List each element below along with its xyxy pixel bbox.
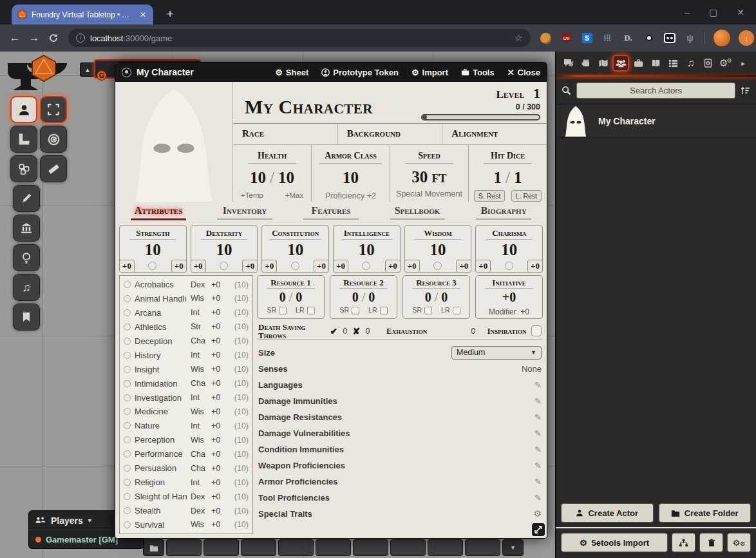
cookie-extension-icon[interactable] bbox=[540, 33, 551, 44]
skill-proficiency-toggle[interactable] bbox=[124, 323, 131, 331]
macro-slot[interactable] bbox=[241, 539, 276, 556]
ability-save[interactable]: +0 bbox=[314, 260, 329, 273]
tables-tab[interactable] bbox=[665, 55, 682, 72]
edit-icon[interactable]: ✎ bbox=[534, 396, 542, 406]
import-button[interactable]: ⚙Import bbox=[411, 68, 448, 77]
skill-proficiency-toggle[interactable] bbox=[124, 479, 131, 486]
grid-extension-icon[interactable]: ⦙⦙⦙ bbox=[601, 32, 614, 44]
items-tab[interactable] bbox=[630, 55, 647, 72]
tool-notes-bookmark[interactable] bbox=[13, 303, 40, 331]
browser-update-button[interactable]: ↑ bbox=[739, 30, 754, 46]
skill-row[interactable]: DeceptionCha+0(10) bbox=[124, 334, 249, 348]
speed-stat[interactable]: Speed 30 ft Special Movement bbox=[390, 145, 468, 202]
folder-tree-button[interactable] bbox=[672, 533, 695, 552]
gear-icon[interactable]: ⚙ bbox=[533, 508, 542, 519]
forward-button[interactable]: → bbox=[24, 32, 44, 44]
edit-icon[interactable]: ✎ bbox=[534, 477, 542, 486]
sheet-config-button[interactable]: ⚙Sheet bbox=[275, 68, 308, 77]
skill-row[interactable]: Animal HandlingWis+0(10) bbox=[124, 292, 249, 305]
skill-proficiency-toggle[interactable] bbox=[124, 408, 131, 415]
skill-proficiency-toggle[interactable] bbox=[124, 309, 131, 316]
edit-icon[interactable]: ✎ bbox=[534, 412, 542, 422]
resource-2[interactable]: Resource 2 0/0 SRLR bbox=[330, 275, 397, 319]
macro-slot[interactable] bbox=[465, 539, 500, 556]
tab-close-icon[interactable]: ✕ bbox=[138, 10, 147, 19]
dice-extension-icon[interactable] bbox=[664, 33, 676, 43]
tool-ruler-diagonal[interactable] bbox=[40, 155, 67, 182]
lr-checkbox[interactable] bbox=[453, 307, 460, 314]
ability-save[interactable]: +0 bbox=[527, 260, 543, 273]
resource-3[interactable]: Resource 3 0/0 SRLR bbox=[402, 275, 470, 319]
macro-slot[interactable] bbox=[428, 539, 463, 556]
save-proficiency-toggle[interactable] bbox=[433, 262, 442, 270]
alignment-field[interactable]: Alignment bbox=[442, 124, 547, 144]
scene-nav-collapse-button[interactable]: ▲ bbox=[80, 63, 95, 77]
macro-slot[interactable] bbox=[166, 539, 202, 556]
skill-proficiency-toggle[interactable] bbox=[124, 380, 131, 387]
fork-extension-icon[interactable]: ψ bbox=[684, 32, 696, 44]
save-proficiency-toggle[interactable] bbox=[148, 262, 156, 270]
ability-save[interactable]: +0 bbox=[242, 260, 258, 273]
skill-row[interactable]: AcrobaticsDex+0(10) bbox=[124, 278, 249, 291]
reload-button[interactable] bbox=[44, 33, 63, 43]
tool-walls-bank[interactable] bbox=[13, 215, 40, 242]
ublock-extension-icon[interactable]: U0 bbox=[562, 33, 572, 44]
skill-row[interactable]: PersuasionCha+0(10) bbox=[124, 461, 249, 475]
macro-slot[interactable] bbox=[203, 539, 239, 556]
profile-avatar[interactable] bbox=[713, 30, 730, 46]
sr-checkbox[interactable] bbox=[424, 307, 432, 314]
back-button[interactable]: ← bbox=[5, 32, 24, 44]
hotbar-page-down-button[interactable]: ▼ bbox=[502, 539, 524, 556]
ability-save[interactable]: +0 bbox=[171, 260, 187, 273]
ability-charisma[interactable]: Charisma10 +0 +0 bbox=[475, 225, 543, 273]
tab-attributes[interactable]: Attributes bbox=[115, 206, 202, 220]
skill-proficiency-toggle[interactable] bbox=[124, 436, 131, 443]
background-field[interactable]: Background bbox=[337, 124, 442, 144]
skill-row[interactable]: PerformanceCha+0(10) bbox=[124, 447, 249, 461]
skill-row[interactable]: PerceptionWis+0(10) bbox=[124, 433, 249, 447]
ability-mod[interactable]: +0 bbox=[191, 260, 206, 273]
long-rest-button[interactable]: L. Rest bbox=[511, 190, 542, 202]
skill-row[interactable]: ArcanaInt+0(10) bbox=[124, 306, 249, 320]
ability-mod[interactable]: +0 bbox=[119, 260, 135, 273]
skill-row[interactable]: StealthDex+0(10) bbox=[124, 504, 249, 517]
ability-dexterity[interactable]: Dexterity10 +0 +0 bbox=[191, 225, 258, 273]
skill-proficiency-toggle[interactable] bbox=[124, 281, 131, 288]
skill-row[interactable]: AthleticsStr+0(10) bbox=[124, 320, 249, 334]
tab-spellbook[interactable]: Spellbook bbox=[374, 206, 460, 220]
initiative-box[interactable]: Initiative +0 Modifier +0 bbox=[475, 275, 543, 319]
tab-biography[interactable]: Biography bbox=[460, 206, 547, 220]
skill-proficiency-toggle[interactable] bbox=[124, 465, 131, 472]
ability-save[interactable]: +0 bbox=[385, 260, 401, 273]
5etools-import-button[interactable]: ⚙ 5etools Import bbox=[561, 533, 668, 552]
save-proficiency-toggle[interactable] bbox=[291, 262, 299, 270]
character-name[interactable]: My Character bbox=[233, 82, 421, 123]
tool-template-target[interactable] bbox=[40, 126, 67, 153]
playlists-tab[interactable]: ♫ bbox=[683, 55, 699, 72]
d-extension-icon[interactable]: D. bbox=[622, 32, 634, 44]
ability-mod[interactable]: +0 bbox=[261, 260, 277, 273]
collapse-sidebar-button[interactable]: ▸ bbox=[735, 55, 751, 72]
ability-intelligence[interactable]: Intelligence10 +0 +0 bbox=[333, 225, 401, 273]
tool-select-token[interactable] bbox=[10, 96, 37, 123]
scenes-tab[interactable] bbox=[595, 55, 612, 72]
health-stat[interactable]: Health 10/10 +Temp+Max bbox=[233, 145, 311, 202]
browser-tab[interactable]: Foundry Virtual Tabletop • A Stan ✕ bbox=[12, 5, 153, 24]
macro-folder-button[interactable] bbox=[143, 539, 164, 556]
sort-icon[interactable] bbox=[741, 86, 750, 95]
s-extension-icon[interactable]: S bbox=[582, 33, 592, 43]
death-success-icon[interactable]: ✔ bbox=[330, 326, 338, 336]
hit-dice-stat[interactable]: Hit Dice 1/1 S. Rest L. Rest bbox=[468, 145, 547, 202]
actor-entry[interactable]: My Character bbox=[556, 104, 756, 138]
bookmark-star-icon[interactable]: ☆ bbox=[515, 32, 523, 44]
tool-lighting-bulb[interactable] bbox=[13, 244, 40, 271]
lr-checkbox[interactable] bbox=[380, 307, 388, 314]
delete-button[interactable] bbox=[699, 533, 723, 552]
window-resize-handle[interactable] bbox=[532, 523, 545, 536]
death-fail-count[interactable]: 0 bbox=[365, 326, 370, 336]
macro-slot[interactable] bbox=[353, 539, 388, 556]
inspiration-checkbox[interactable] bbox=[531, 325, 542, 336]
skill-row[interactable]: ReligionInt+0(10) bbox=[124, 476, 249, 489]
ability-mod[interactable]: +0 bbox=[333, 260, 348, 273]
ability-strength[interactable]: Strength10 +0 +0 bbox=[119, 225, 187, 273]
